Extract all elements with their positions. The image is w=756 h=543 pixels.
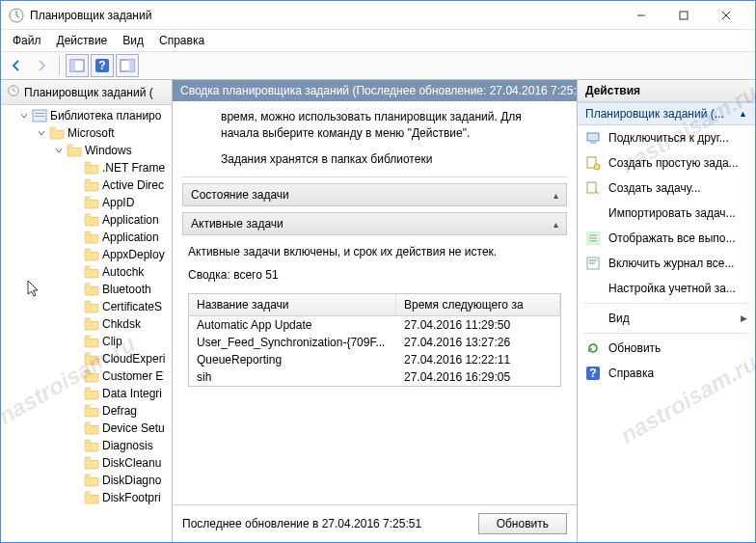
action-label: Справка xyxy=(608,367,654,380)
action-refresh[interactable]: Обновить xyxy=(578,336,755,361)
expand-icon xyxy=(70,457,82,469)
forward-button[interactable] xyxy=(30,54,53,77)
action-create-task[interactable]: Создать задачу... xyxy=(578,176,755,201)
tree-item-label: Bluetooth xyxy=(102,283,151,296)
tree-item[interactable]: Defrag xyxy=(1,402,172,420)
log-icon xyxy=(585,256,601,271)
tree-item-label: Diagnosis xyxy=(102,439,153,452)
action-label: Обновить xyxy=(608,341,661,355)
table-row[interactable]: User_Feed_Synchronization-{709F...27.04.… xyxy=(189,334,560,351)
folder-icon xyxy=(84,369,99,383)
tree-item[interactable]: Diagnosis xyxy=(1,437,172,454)
menu-file[interactable]: Файл xyxy=(5,32,49,49)
tree-item[interactable]: Data Integri xyxy=(1,385,172,402)
chevron-up-icon: ▴ xyxy=(554,219,558,230)
action-label: Вид xyxy=(608,312,630,325)
menu-view[interactable]: Вид xyxy=(115,32,151,49)
main-area: Планировщик заданий ( Библиотека планиро… xyxy=(1,80,755,542)
help-button[interactable]: ? xyxy=(91,54,114,77)
tree-item[interactable]: Application xyxy=(1,229,172,246)
tree-pane: Планировщик заданий ( Библиотека планиро… xyxy=(1,80,173,542)
col-next-run[interactable]: Время следующего за xyxy=(396,294,560,315)
expand-icon xyxy=(70,336,82,347)
folder-icon xyxy=(84,335,99,348)
tree-item-label: AppxDeploy xyxy=(102,248,165,261)
back-button[interactable] xyxy=(5,54,28,77)
action-enable-log[interactable]: Включить журнал все... xyxy=(578,251,755,276)
tree-item[interactable]: DiskDiagno xyxy=(1,472,172,489)
menu-action[interactable]: Действие xyxy=(49,32,116,49)
tree-item-label: Clip xyxy=(102,335,122,348)
show-hide-actions-button[interactable] xyxy=(116,54,139,77)
folder-icon xyxy=(84,421,99,435)
center-body[interactable]: время, можно использовать планировщик за… xyxy=(173,101,577,504)
folder-icon xyxy=(84,265,99,279)
tree-item-label: Библиотека планиро xyxy=(50,109,161,122)
tree-item[interactable]: AppxDeploy xyxy=(1,246,172,263)
tree-item[interactable]: DiskFootpri xyxy=(1,489,172,506)
folder-icon xyxy=(84,283,99,296)
task-table-body[interactable]: Automatic App Update27.04.2016 11:29:50U… xyxy=(189,316,560,386)
collapse-icon[interactable] xyxy=(18,110,30,122)
section-active-label: Активные задачи xyxy=(191,217,284,231)
show-hide-tree-button[interactable] xyxy=(66,54,89,77)
action-create-simple-task[interactable]: Создать простую зада... xyxy=(578,150,755,176)
tree-item[interactable]: Device Setu xyxy=(1,420,172,437)
tree-item[interactable]: Chkdsk xyxy=(1,315,172,333)
svg-rect-10 xyxy=(35,113,44,114)
folder-icon xyxy=(67,144,82,157)
action-connect[interactable]: Подключиться к друг... xyxy=(578,125,755,150)
svg-text:?: ? xyxy=(98,59,105,72)
action-help[interactable]: ? Справка xyxy=(578,361,755,386)
task-icon xyxy=(585,180,601,196)
list-icon xyxy=(585,231,601,246)
tree-item[interactable]: DiskCleanu xyxy=(1,454,172,472)
col-task-name[interactable]: Название задачи xyxy=(189,294,396,315)
tree-item[interactable]: .NET Frame xyxy=(1,159,172,176)
action-account-settings[interactable]: Настройка учетной за... xyxy=(578,276,755,301)
collapse-icon[interactable] xyxy=(36,127,47,139)
menu-help[interactable]: Справка xyxy=(151,32,212,49)
tree-item[interactable]: CertificateS xyxy=(1,298,172,315)
action-view[interactable]: Вид ▶ xyxy=(578,306,755,331)
maximize-button[interactable] xyxy=(662,2,705,29)
section-task-status[interactable]: Состояние задачи ▴ xyxy=(182,183,567,206)
expand-icon xyxy=(70,231,82,243)
section-active-tasks[interactable]: Активные задачи ▴ xyxy=(182,212,567,235)
tree-header[interactable]: Планировщик заданий ( xyxy=(1,80,172,105)
close-button[interactable] xyxy=(705,2,747,29)
tree-item[interactable]: Customer E xyxy=(1,367,172,385)
table-row[interactable]: sih27.04.2016 16:29:05 xyxy=(189,368,560,386)
collapse-icon[interactable] xyxy=(53,145,65,156)
tree-item[interactable]: Clip xyxy=(1,333,172,350)
svg-rect-11 xyxy=(35,116,44,117)
tree-item[interactable]: Autochk xyxy=(1,263,172,281)
actions-subtitle[interactable]: Планировщик заданий (... ▲ xyxy=(578,102,755,125)
action-import-task[interactable]: Импортировать задач... xyxy=(578,201,755,226)
tree-item[interactable]: Microsoft xyxy=(1,124,172,142)
table-row[interactable]: Automatic App Update27.04.2016 11:29:50 xyxy=(189,316,560,334)
tree-item[interactable]: Bluetooth xyxy=(1,281,172,298)
titlebar: Планировщик заданий xyxy=(1,1,755,30)
table-row[interactable]: QueueReporting27.04.2016 12:22:11 xyxy=(189,351,560,368)
tree-item-label: .NET Frame xyxy=(102,161,165,175)
tree-item[interactable]: CloudExperi xyxy=(1,350,172,367)
folder-icon xyxy=(84,491,99,504)
tree-item-label: Autochk xyxy=(102,265,144,279)
tree-item[interactable]: Windows xyxy=(1,142,172,159)
intro-line-2: Задания хранятся в папках библиотеки xyxy=(221,151,561,168)
tree-item[interactable]: Active Direc xyxy=(1,176,172,194)
expand-icon xyxy=(70,353,82,365)
blank-icon xyxy=(585,311,601,326)
tree-item[interactable]: Библиотека планиро xyxy=(1,107,172,124)
minimize-button[interactable] xyxy=(620,2,662,29)
refresh-button[interactable]: Обновить xyxy=(478,513,567,534)
folder-icon xyxy=(84,456,99,470)
action-display-running[interactable]: Отображать все выпо... xyxy=(578,226,755,251)
svg-rect-12 xyxy=(587,133,599,141)
tree-item[interactable]: AppID xyxy=(1,194,172,211)
tree-item[interactable]: Application xyxy=(1,211,172,229)
expand-icon xyxy=(70,214,82,226)
tree-body[interactable]: Библиотека планироMicrosoftWindows.NET F… xyxy=(1,105,172,542)
settings-icon xyxy=(585,281,601,296)
